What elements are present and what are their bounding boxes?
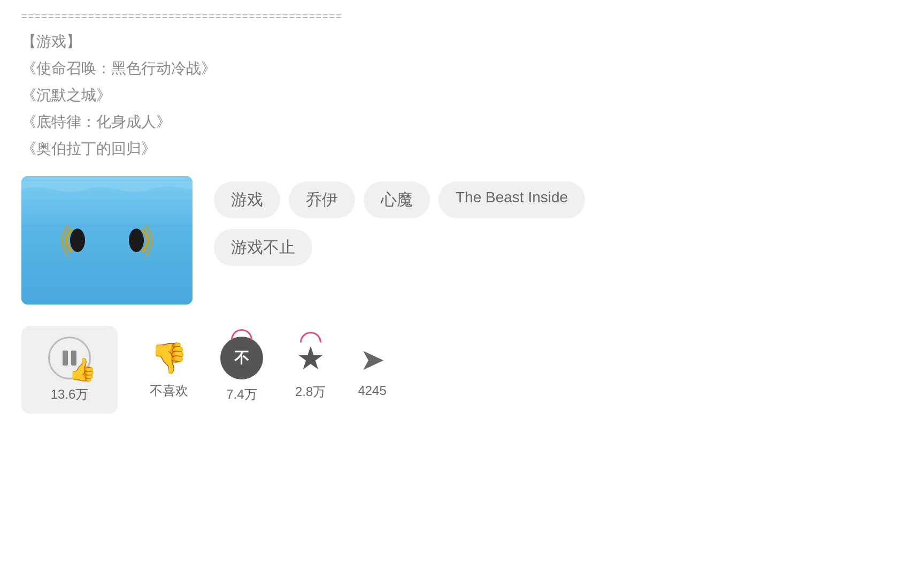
dislike-icon: 👎 (150, 340, 188, 376)
coin-arc-icon (231, 329, 252, 340)
tag-game[interactable]: 游戏 (214, 181, 280, 218)
tag-qiaoyi[interactable]: 乔伊 (289, 181, 355, 218)
video-thumbnail[interactable] (21, 176, 192, 305)
star-count: 2.8万 (295, 383, 326, 400)
star-icon: ★ (296, 339, 325, 377)
share-button[interactable]: ➤ 4245 (358, 342, 386, 398)
tags-row-2: 游戏不止 (214, 229, 585, 266)
tags-section: 游戏 乔伊 心魔 The Beast Inside 游戏不止 (214, 176, 585, 277)
share-icon: ➤ (360, 342, 385, 377)
thumb-up-icon: 👍 (68, 356, 96, 383)
sound-wave-right-icon (115, 219, 158, 262)
wave-svg (21, 181, 192, 197)
game-list-item: 《沉默之城》 (21, 84, 903, 107)
coin-button[interactable]: 不 7.4万 (220, 337, 263, 403)
like-icon-wrap: 👍 (48, 337, 91, 379)
like-count: 13.6万 (51, 386, 89, 403)
dislike-button[interactable]: 👎 不喜欢 (150, 340, 188, 399)
section-label: 【游戏】 (21, 31, 903, 53)
sound-wave-left-icon (56, 219, 99, 262)
share-count: 4245 (358, 383, 386, 398)
star-arc-icon (300, 332, 321, 343)
tag-gameon[interactable]: 游戏不止 (214, 229, 312, 266)
favorite-button[interactable]: ★ 2.8万 (295, 339, 326, 400)
tag-beast-inside[interactable]: The Beast Inside (438, 181, 585, 218)
game-list: 【游戏】 《使命召唤：黑色行动冷战》 《沉默之城》 《底特律：化身成人》 《奥伯… (21, 31, 903, 160)
thumbnail-icons (56, 219, 158, 262)
separator-line: ========================================… (21, 11, 903, 22)
tags-row-1: 游戏 乔伊 心魔 The Beast Inside (214, 181, 585, 218)
coin-symbol: 不 (234, 348, 249, 368)
coin-icon: 不 (220, 337, 263, 379)
tag-xinmo[interactable]: 心魔 (364, 181, 430, 218)
content-section: 游戏 乔伊 心魔 The Beast Inside 游戏不止 (21, 176, 903, 305)
dislike-label: 不喜欢 (150, 382, 188, 399)
actions-section: 👍 13.6万 👎 不喜欢 不 7.4万 ★ 2.8万 ➤ 4245 (21, 326, 903, 414)
game-list-item: 《奥伯拉丁的回归》 (21, 138, 903, 160)
svg-point-1 (129, 229, 144, 252)
coin-count: 7.4万 (226, 386, 257, 403)
svg-point-0 (70, 229, 85, 252)
like-button[interactable]: 👍 13.6万 (21, 326, 118, 414)
game-list-item: 《底特律：化身成人》 (21, 111, 903, 133)
game-list-item: 《使命召唤：黑色行动冷战》 (21, 57, 903, 80)
